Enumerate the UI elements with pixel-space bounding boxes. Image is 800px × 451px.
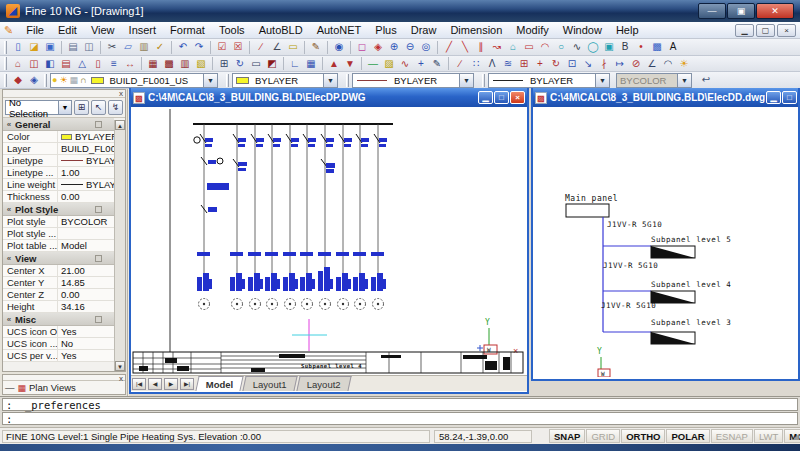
linetype-dropdown[interactable]: BYLAYER ▼ (352, 73, 474, 88)
inquiry-angle-icon[interactable]: ∠ (269, 40, 285, 54)
rotate-icon[interactable]: ↻ (548, 57, 564, 71)
drawing2-minimize-button[interactable]: ▁ (766, 91, 781, 104)
minimize-button[interactable]: — (698, 3, 726, 19)
prop-row-linetype-scale[interactable]: Linetype ...1.00 (3, 167, 114, 179)
prop-row-plot-table[interactable]: Plot table ...Model (3, 240, 114, 252)
menu-edit[interactable]: Edit (51, 24, 84, 36)
quick-select-button[interactable]: ↯ (108, 100, 123, 115)
layer-freeze-icon[interactable]: ☀ (59, 75, 67, 85)
print-preview-icon[interactable]: ◫ (81, 40, 97, 54)
view-shade-icon[interactable]: ◩ (264, 57, 280, 71)
circle-icon[interactable]: ○ (553, 40, 569, 54)
paste-icon[interactable]: ▥ (136, 40, 152, 54)
view-rotate-icon[interactable]: ↻ (232, 57, 248, 71)
prop-row-plotstyle[interactable]: Plot styleBYCOLOR (3, 216, 114, 228)
ortho-toggle[interactable]: ORTHO (621, 429, 665, 443)
plan-views-header[interactable]: x (3, 375, 125, 381)
stairs-tool-icon[interactable]: ≡ (106, 57, 122, 71)
prop-row-ucs-icon-on[interactable]: UCS icon OnYes (3, 326, 114, 338)
child-minimize-button[interactable]: ▁ (735, 24, 754, 37)
polyline-icon[interactable]: ↝ (489, 40, 505, 54)
arc-icon[interactable]: ◠ (537, 40, 553, 54)
properties-close-icon[interactable]: x (119, 90, 123, 98)
column-tool-icon[interactable]: ▯ (90, 57, 106, 71)
revcloud-icon[interactable]: ∿ (397, 57, 413, 71)
layer-lock-icon[interactable]: ∩ (80, 75, 86, 85)
maximize-button[interactable]: ▣ (727, 3, 755, 19)
prop-row-ucs-per-viewport[interactable]: UCS per v...Yes (3, 350, 114, 362)
drawing1-restore-button[interactable]: □ (494, 91, 509, 104)
match-properties-icon[interactable]: ✓ (152, 40, 168, 54)
scroll-up-icon[interactable]: ▲ (115, 120, 125, 130)
schedule-tool-1-icon[interactable]: ▦ (145, 57, 161, 71)
grid-toggle[interactable]: GRID (586, 429, 620, 443)
inquiry-area-icon[interactable]: ▭ (285, 40, 301, 54)
prop-row-plotstyle-table[interactable]: Plot style ... (3, 228, 114, 240)
drawing1-close-button[interactable]: × (510, 91, 525, 104)
make-block-icon[interactable]: B (617, 40, 633, 54)
resize-grip[interactable]: ◢ (793, 432, 799, 441)
menu-modify[interactable]: Modify (509, 24, 555, 36)
lwt-toggle[interactable]: LWT (754, 429, 783, 443)
esnap-toggle[interactable]: ESNAP (711, 429, 753, 443)
zoom-in-icon[interactable]: ⊕ (386, 40, 402, 54)
new-file-icon[interactable]: ▯ (10, 40, 26, 54)
spell-check-icon[interactable]: ☑ (214, 40, 230, 54)
tab-layout2[interactable]: Layout2 (297, 376, 352, 391)
drawing1-titlebar[interactable]: ▨ C:\4M\CALC\8_3_BUILDING.BLD\ElecDP.DWG… (131, 88, 527, 107)
axis-tool-icon[interactable]: ∟ (287, 57, 303, 71)
drawing2-canvas[interactable]: Main panel J1VV-R 5G10 Subpanel level 5 … (533, 107, 798, 377)
child-restore-button[interactable]: ▢ (756, 24, 775, 37)
draw-line-icon[interactable]: ╱ (441, 40, 457, 54)
copy-object-icon[interactable]: ∷ (468, 57, 484, 71)
drawing1-canvas[interactable]: Y W × (131, 107, 527, 375)
prop-row-layer[interactable]: LayerBUILD_FL001_ (3, 143, 114, 155)
break-icon[interactable]: ⊘ (628, 57, 644, 71)
toolbar-grip[interactable] (226, 74, 229, 87)
scale-icon[interactable]: ⊡ (564, 57, 580, 71)
open-file-icon[interactable]: ◪ (26, 40, 42, 54)
insert-block-icon[interactable]: ▣ (601, 40, 617, 54)
polar-toggle[interactable]: POLAR (666, 429, 709, 443)
collapse-icon[interactable]: « (3, 254, 15, 263)
print-icon[interactable]: ▤ (65, 40, 81, 54)
construction-line-icon[interactable]: ╲ (457, 40, 473, 54)
color-dropdown[interactable]: BYLAYER ▼ (232, 73, 338, 88)
prop-row-center-z[interactable]: Center Z0.00 (3, 289, 114, 301)
menu-help[interactable]: Help (609, 24, 646, 36)
move-icon[interactable]: + (532, 57, 548, 71)
prop-row-lineweight[interactable]: Line weightBYLAYE (3, 179, 114, 191)
menu-view[interactable]: View (84, 24, 122, 36)
copy-clip-icon[interactable]: ▱ (120, 40, 136, 54)
fillet-icon[interactable]: ◠ (660, 57, 676, 71)
schedule-tool-3-icon[interactable]: ▥ (177, 57, 193, 71)
section-view[interactable]: «View (3, 252, 114, 265)
tab-first-button[interactable]: |◀ (132, 378, 146, 390)
menu-plus[interactable]: Plus (368, 24, 403, 36)
toolbar-grip[interactable] (346, 74, 349, 87)
toolbar-grip[interactable] (482, 74, 485, 87)
insert-symbol-icon[interactable]: + (413, 57, 429, 71)
tab-next-button[interactable]: ▶ (164, 378, 178, 390)
prop-row-color[interactable]: ColorBYLAYER (3, 131, 114, 143)
inquiry-distance-icon[interactable]: ∕ (253, 40, 269, 54)
command-history-line[interactable]: : _preferences (2, 398, 798, 411)
toolbar-grip[interactable] (44, 74, 47, 87)
drawing-menu-icon[interactable]: ✎ (4, 24, 13, 37)
menu-window[interactable]: Window (556, 24, 609, 36)
zoom-extents-icon[interactable]: ◎ (418, 40, 434, 54)
scroll-down-icon[interactable]: ▼ (115, 361, 125, 371)
prop-row-ucs-icon-origin[interactable]: UCS icon ...No (3, 338, 114, 350)
hatch-icon[interactable]: ▩ (649, 40, 665, 54)
note-tool-icon[interactable]: ✎ (429, 57, 445, 71)
trim-icon[interactable]: ∤ (596, 57, 612, 71)
offset-icon[interactable]: ≋ (500, 57, 516, 71)
section-plot-style[interactable]: «Plot Style (3, 203, 114, 216)
prop-row-height[interactable]: Height34.16 (3, 301, 114, 313)
menu-insert[interactable]: Insert (122, 24, 164, 36)
section-pin-icon[interactable] (95, 121, 102, 128)
drawing2-maximize-button[interactable]: □ (782, 91, 797, 104)
polygon-icon[interactable]: ⌂ (505, 40, 521, 54)
menu-format[interactable]: Format (163, 24, 212, 36)
draw-point-icon[interactable]: • (633, 40, 649, 54)
